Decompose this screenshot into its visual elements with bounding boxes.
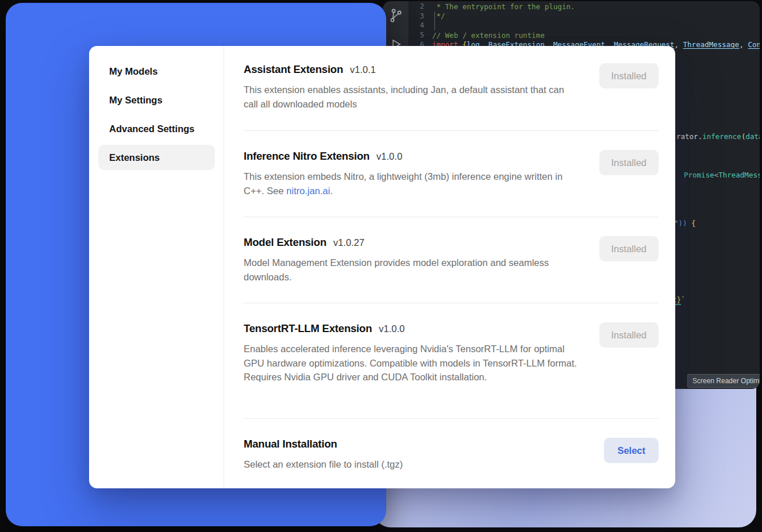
extension-version: v1.0.0	[376, 151, 402, 162]
code-line: 2 * The entrypoint for the plugin.	[409, 2, 760, 11]
screen-reader-badge[interactable]: Screen Reader Optimiz	[687, 374, 760, 388]
extension-description: This extension enables assistants, inclu…	[244, 83, 577, 111]
extension-description: Enables accelerated inference leveraging…	[244, 342, 577, 384]
line-number: 4	[409, 21, 432, 29]
desktop-background: 2 * The entrypoint for the plugin. 3 */ …	[0, 0, 762, 532]
extensions-list: Assistant Extension v1.0.1 This extensio…	[224, 46, 675, 488]
extension-name: Model Extension	[244, 236, 326, 249]
extension-version: v1.0.0	[379, 323, 405, 334]
manual-install-title: Manual Installation	[244, 438, 337, 450]
line-number: 5	[409, 31, 432, 39]
extension-row: Inference Nitro Extension v1.0.0 This ex…	[244, 130, 659, 217]
extension-row: Model Extension v1.0.27 Model Management…	[244, 217, 659, 303]
settings-dialog: My Models My Settings Advanced Settings …	[89, 46, 675, 488]
extension-version: v1.0.27	[333, 237, 364, 248]
sidebar-item-advanced-settings[interactable]: Advanced Settings	[98, 116, 215, 141]
sidebar-item-my-models[interactable]: My Models	[98, 59, 215, 84]
code-fragment: Promise<ThreadMessage>	[684, 171, 760, 179]
extension-name: TensortRT-LLM Extension	[244, 322, 372, 335]
installed-button[interactable]: Installed	[599, 150, 659, 175]
code-fragment: rator.inference(data));	[676, 132, 760, 141]
extension-name: Inference Nitro Extension	[244, 150, 370, 163]
extension-name: Assistant Extension	[244, 63, 343, 76]
code-line: 3 */	[409, 11, 760, 21]
installed-button[interactable]: Installed	[599, 63, 659, 88]
settings-nav: My Models My Settings Advanced Settings …	[89, 46, 224, 488]
code-line: 4	[409, 21, 760, 30]
text-cursor	[434, 11, 435, 30]
code-line: 5 // Web / extension runtime	[409, 30, 760, 40]
installed-button[interactable]: Installed	[599, 322, 659, 348]
sidebar-item-extensions[interactable]: Extensions	[98, 145, 215, 170]
select-button[interactable]: Select	[604, 438, 659, 463]
extension-description: Model Management Extension provides mode…	[244, 256, 577, 284]
manual-install-description: Select an extension file to install (.tg…	[244, 457, 403, 472]
sidebar-item-my-settings[interactable]: My Settings	[98, 87, 215, 113]
extension-description: This extension embeds Nitro, a lightweig…	[244, 169, 577, 198]
manual-install-row: Manual Installation Select an extension …	[244, 418, 659, 488]
extension-row: TensortRT-LLM Extension v1.0.0 Enables a…	[244, 303, 659, 418]
line-number: 2	[409, 2, 432, 10]
code-fragment: ")) {	[674, 219, 696, 228]
nitro-link[interactable]: nitro.jan.ai.	[286, 186, 333, 196]
code-editor[interactable]: 2 * The entrypoint for the plugin. 3 */ …	[409, 2, 760, 49]
line-number: 3	[409, 12, 432, 20]
source-control-icon[interactable]	[388, 8, 403, 24]
installed-button[interactable]: Installed	[599, 236, 659, 261]
extension-version: v1.0.1	[350, 64, 376, 75]
extension-row: Assistant Extension v1.0.1 This extensio…	[244, 63, 659, 130]
